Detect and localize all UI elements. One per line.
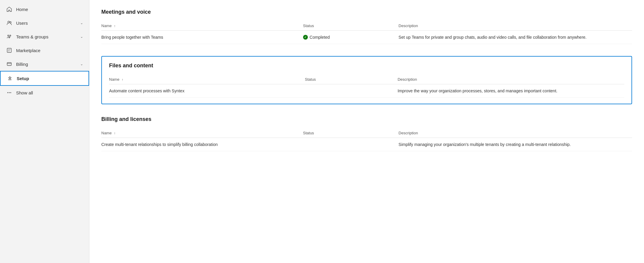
section-files-content: Files and content Name ↑ Status Descript… xyxy=(101,56,632,104)
sidebar-item-show-all-label: Show all xyxy=(16,90,83,95)
row-status xyxy=(305,84,398,98)
section-files-content-title: Files and content xyxy=(109,63,624,69)
col-header-name: Name ↑ xyxy=(101,21,303,31)
table-row[interactable]: Create multi-tenant relationships to sim… xyxy=(101,138,632,151)
sidebar-item-teams-groups-label: Teams & groups xyxy=(16,34,80,39)
sidebar-item-billing[interactable]: Billing ⌄ xyxy=(0,57,89,71)
billing-licenses-table: Name ↑ Status Description Create multi-t… xyxy=(101,128,632,151)
row-description: Simplify managing your organization's mu… xyxy=(398,138,632,151)
row-description: Set up Teams for private and group chats… xyxy=(398,31,632,44)
sidebar-item-home[interactable]: Home xyxy=(0,2,89,16)
col-header-status: Status xyxy=(303,21,399,31)
sidebar-item-users-label: Users xyxy=(16,21,80,26)
svg-point-3 xyxy=(10,35,11,36)
col-header-description: Description xyxy=(398,128,632,138)
sidebar: Home Users ⌄ Teams & groups ⌄ xyxy=(0,0,89,263)
setup-icon xyxy=(7,75,13,82)
home-icon xyxy=(6,6,13,13)
svg-point-8 xyxy=(7,92,8,93)
meetings-voice-table: Name ↑ Status Description Bring people t… xyxy=(101,21,632,44)
sidebar-item-billing-label: Billing xyxy=(16,62,80,67)
marketplace-icon xyxy=(6,47,13,54)
section-billing-licenses: Billing and licenses Name ↑ Status Descr… xyxy=(101,116,632,151)
table-header-row: Name ↑ Status Description xyxy=(109,75,624,84)
row-status xyxy=(303,138,399,151)
sidebar-item-users[interactable]: Users ⌄ xyxy=(0,16,89,30)
sort-arrow-icon: ↑ xyxy=(114,131,116,135)
col-header-description: Description xyxy=(398,75,624,84)
col-header-description: Description xyxy=(398,21,632,31)
svg-rect-6 xyxy=(7,63,11,66)
sort-arrow-icon: ↑ xyxy=(114,24,116,28)
row-name: Create multi-tenant relationships to sim… xyxy=(101,138,303,151)
svg-point-2 xyxy=(8,35,9,36)
row-status: Completed xyxy=(303,31,399,44)
status-completed-icon xyxy=(303,35,308,40)
ellipsis-icon xyxy=(6,89,13,96)
col-header-status: Status xyxy=(305,75,398,84)
sidebar-item-teams-groups[interactable]: Teams & groups ⌄ xyxy=(0,30,89,43)
table-header-row: Name ↑ Status Description xyxy=(101,21,632,31)
svg-point-0 xyxy=(8,21,10,23)
sort-arrow-icon: ↑ xyxy=(122,78,123,81)
teams-icon xyxy=(6,33,13,40)
row-description: Improve the way your organization proces… xyxy=(398,84,624,98)
table-row[interactable]: Bring people together with Teams Complet… xyxy=(101,31,632,44)
svg-rect-5 xyxy=(7,48,11,52)
sidebar-item-setup-label: Setup xyxy=(17,76,83,81)
svg-point-1 xyxy=(10,22,11,23)
sidebar-item-home-label: Home xyxy=(16,7,83,12)
table-header-row: Name ↑ Status Description xyxy=(101,128,632,138)
sidebar-item-marketplace-label: Marketplace xyxy=(16,48,83,53)
chevron-down-icon: ⌄ xyxy=(80,21,83,25)
status-completed: Completed xyxy=(303,35,395,40)
section-meetings-voice-title: Meetings and voice xyxy=(101,9,632,15)
col-header-status: Status xyxy=(303,128,399,138)
col-header-name: Name ↑ xyxy=(109,75,305,84)
col-header-name: Name ↑ xyxy=(101,128,303,138)
row-name: Automate content processes with Syntex xyxy=(109,84,305,98)
sidebar-item-setup[interactable]: Setup xyxy=(0,71,89,86)
sidebar-item-show-all[interactable]: Show all xyxy=(0,86,89,99)
chevron-down-icon: ⌄ xyxy=(80,35,83,39)
table-row[interactable]: Automate content processes with Syntex I… xyxy=(109,84,624,98)
svg-point-10 xyxy=(10,92,11,93)
section-meetings-voice: Meetings and voice Name ↑ Status Descrip… xyxy=(101,9,632,44)
main-content: Meetings and voice Name ↑ Status Descrip… xyxy=(89,0,644,263)
row-name: Bring people together with Teams xyxy=(101,31,303,44)
files-content-table: Name ↑ Status Description Automate conte… xyxy=(109,75,624,98)
users-icon xyxy=(6,20,13,26)
sidebar-item-marketplace[interactable]: Marketplace xyxy=(0,43,89,57)
chevron-down-icon: ⌄ xyxy=(80,62,83,66)
billing-icon xyxy=(6,61,13,67)
svg-point-9 xyxy=(9,92,10,93)
section-billing-licenses-title: Billing and licenses xyxy=(101,116,632,122)
